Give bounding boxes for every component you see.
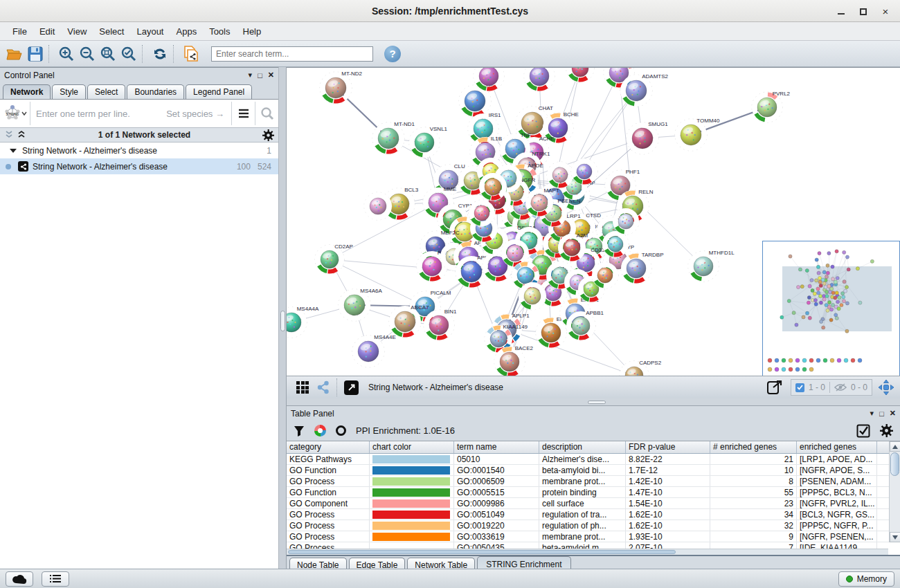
horizontal-splitter[interactable] — [287, 398, 900, 405]
string-search-icon[interactable] — [255, 102, 278, 125]
copy-network-icon[interactable] — [181, 44, 201, 64]
splitter-handle[interactable] — [280, 311, 285, 331]
collapse-triangle-icon[interactable] — [10, 149, 17, 153]
zoom-in-icon[interactable] — [56, 44, 77, 64]
network-node[interactable]: MTHFD1L — [688, 250, 735, 282]
column-header--enriched-genes[interactable]: # enriched genes — [710, 441, 797, 453]
menu-item-view[interactable]: View — [62, 24, 92, 39]
vertical-splitter[interactable] — [278, 67, 287, 569]
network-node[interactable]: PVRL2 — [752, 91, 791, 122]
panel-close-icon[interactable]: ✕ — [268, 71, 274, 80]
network-node[interactable] — [571, 158, 597, 185]
network-canvas[interactable]: MT-ND2MT-ND1VSNL1GAB2ADAMTS2PVRL2TOMM40S… — [287, 67, 900, 376]
network-node[interactable]: CADPS2 — [620, 360, 662, 376]
cloud-tasks-button[interactable] — [6, 571, 33, 587]
grid-view-icon[interactable] — [292, 377, 313, 398]
table-row[interactable]: GO ComponentGO:0009986cell surface1.54E-… — [287, 498, 900, 509]
zoom-out-icon[interactable] — [77, 44, 98, 64]
tab-boundaries[interactable]: Boundaries — [127, 84, 184, 99]
network-node[interactable] — [547, 162, 573, 188]
column-header-chart-color[interactable]: chart color — [370, 441, 454, 453]
network-node[interactable]: TARDBP — [621, 252, 664, 284]
column-header-enriched-genes[interactable]: enriched genes — [797, 441, 877, 453]
zoom-selected-icon[interactable] — [118, 44, 139, 64]
network-node[interactable]: VSNL1 — [409, 126, 448, 158]
export-network-icon[interactable] — [764, 377, 785, 398]
network-node[interactable] — [524, 68, 555, 91]
network-node[interactable]: TOMM40 — [675, 118, 720, 151]
string-protein-query-icon[interactable]: STRING — [0, 102, 30, 125]
open-session-icon[interactable] — [4, 44, 25, 64]
panel-menu-icon[interactable]: ▾ — [870, 409, 874, 418]
birds-eye-view[interactable] — [762, 241, 900, 376]
menu-item-apps[interactable]: Apps — [171, 24, 203, 39]
save-session-icon[interactable] — [25, 44, 46, 64]
selected-nodes-checkbox-icon[interactable] — [795, 383, 804, 392]
help-icon[interactable]: ? — [384, 46, 401, 62]
tab-network[interactable]: Network — [3, 84, 51, 99]
column-header-fdr-p-value[interactable]: FDR p-value — [626, 441, 710, 453]
panel-float-icon[interactable]: □ — [879, 410, 884, 418]
table-row[interactable]: GO ProcessGO:0006509membrane prot...1.42… — [287, 476, 900, 487]
table-row[interactable]: GO ProcessGO:0019220regulation of ph...1… — [287, 520, 900, 531]
viewport-rect[interactable] — [782, 266, 892, 331]
memory-button[interactable]: Memory — [838, 571, 894, 587]
remove-chart-icon[interactable] — [336, 425, 346, 436]
column-header-category[interactable]: category — [287, 441, 370, 453]
panel-menu-icon[interactable]: ▾ — [249, 71, 253, 80]
panel-close-icon[interactable]: ✕ — [890, 409, 896, 418]
zoom-fit-icon[interactable] — [98, 44, 118, 64]
network-node[interactable]: MS4A4E — [352, 334, 396, 367]
table-row[interactable]: KEGG Pathways05010Alzheimer's dise...8.8… — [287, 454, 900, 465]
close-button[interactable]: × — [876, 6, 894, 17]
hidden-eye-icon[interactable] — [834, 383, 847, 392]
menu-item-edit[interactable]: Edit — [34, 24, 60, 39]
share-network-icon[interactable] — [313, 377, 334, 398]
network-node[interactable] — [602, 231, 629, 257]
scrollbar-thumb[interactable] — [890, 452, 899, 476]
network-node[interactable]: MS4A6A — [339, 288, 382, 321]
string-options-icon[interactable] — [231, 102, 255, 125]
network-node[interactable] — [469, 200, 495, 226]
panel-float-icon[interactable]: □ — [258, 71, 262, 80]
expand-all-icon[interactable] — [17, 131, 26, 139]
open-in-browser-icon[interactable] — [344, 380, 359, 395]
enrichment-chart-icon[interactable] — [314, 425, 326, 437]
network-node[interactable] — [592, 262, 618, 288]
search-input[interactable] — [211, 46, 373, 62]
scroll-up-arrow[interactable] — [890, 441, 900, 452]
table-row[interactable]: GO FunctionGO:0001540beta-amyloid bi...1… — [287, 465, 900, 476]
column-header-description[interactable]: description — [539, 441, 626, 453]
tab-legend-panel[interactable]: Legend Panel — [186, 84, 252, 99]
network-node[interactable] — [566, 68, 594, 82]
tab-select[interactable]: Select — [87, 84, 125, 99]
collapse-all-icon[interactable] — [4, 131, 14, 139]
vertical-scrollbar[interactable] — [889, 441, 900, 542]
table-row[interactable]: GO ProcessGO:0033619membrane prot...1.93… — [287, 531, 900, 542]
maximize-button[interactable] — [854, 6, 872, 17]
menu-item-help[interactable]: Help — [237, 24, 267, 39]
network-node[interactable] — [479, 173, 507, 201]
network-node[interactable]: MS4A4A — [287, 306, 319, 338]
string-query-input[interactable]: Enter one term per line. — [30, 109, 166, 119]
table-settings-gear-icon[interactable] — [880, 424, 893, 437]
network-node[interactable]: ADAMTS2 — [620, 73, 669, 107]
minimize-button[interactable] — [832, 6, 850, 17]
horizontal-scrollbar[interactable] — [287, 549, 888, 555]
network-node[interactable]: SMUG1 — [627, 121, 668, 154]
network-options-gear-icon[interactable] — [262, 129, 274, 141]
task-history-button[interactable] — [42, 571, 69, 587]
table-row[interactable]: GO ProcessGO:0051049regulation of tra...… — [287, 509, 900, 520]
network-node[interactable]: APBB1 — [566, 310, 604, 340]
network-row[interactable]: String Network - Alzheimer's disease 100… — [0, 158, 278, 174]
menu-item-layout[interactable]: Layout — [131, 24, 169, 39]
network-node[interactable] — [613, 208, 639, 235]
tab-style[interactable]: Style — [52, 84, 86, 99]
menu-item-select[interactable]: Select — [93, 24, 129, 39]
table-row[interactable]: GO FunctionGO:0005515protein binding1.47… — [287, 487, 900, 498]
splitter-handle[interactable] — [588, 401, 606, 404]
scrollbar-thumb[interactable] — [288, 550, 676, 554]
network-node[interactable] — [519, 282, 546, 310]
select-columns-icon[interactable] — [856, 424, 870, 438]
menu-item-tools[interactable]: Tools — [204, 24, 235, 39]
